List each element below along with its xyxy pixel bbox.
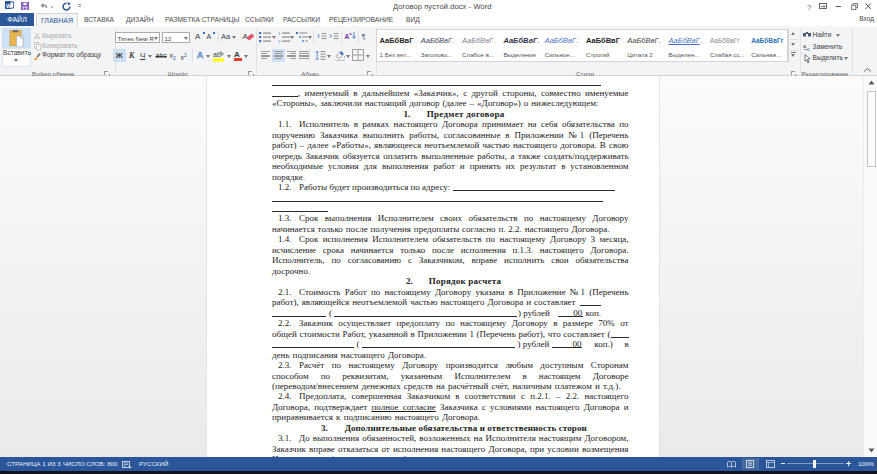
svg-text:W: W <box>6 3 12 9</box>
svg-text:ab: ab <box>213 51 221 58</box>
svg-text:1: 1 <box>278 31 281 36</box>
svg-text:c: c <box>807 46 810 51</box>
svg-text:2: 2 <box>278 39 281 44</box>
